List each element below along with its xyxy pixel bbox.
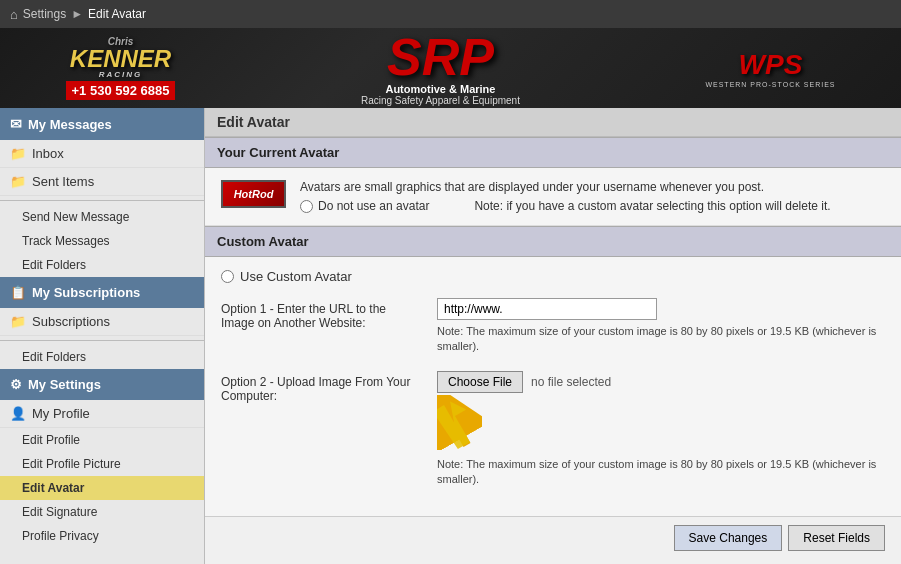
save-changes-button[interactable]: Save Changes [674, 525, 783, 551]
banner-wps-text: WPS [705, 49, 835, 81]
use-custom-label: Use Custom Avatar [240, 269, 352, 284]
url-input[interactable] [437, 298, 657, 320]
settings-icon: ⚙ [10, 377, 22, 392]
subscriptions-icon: 📋 [10, 285, 26, 300]
banner: Chris KENNER RACING +1 530 592 6885 SRP … [0, 28, 901, 108]
current-avatar-section: HotRod Avatars are small graphics that a… [205, 168, 901, 226]
upload-note: Note: The maximum size of your custom im… [437, 457, 885, 488]
banner-left: Chris KENNER RACING +1 530 592 6885 [66, 37, 176, 100]
option1-right: Note: The maximum size of your custom im… [437, 298, 885, 355]
sidebar-item-edit-profile[interactable]: Edit Profile [0, 428, 204, 452]
banner-right: WPS WESTERN PRO-STOCK SERIES [705, 49, 835, 88]
breadcrumb-current: Edit Avatar [88, 7, 146, 21]
do-not-use-option: Do not use an avatar Note: if you have a… [300, 199, 885, 213]
custom-avatar-section: Use Custom Avatar Option 1 - Enter the U… [205, 257, 901, 516]
banner-tagline1: Automotive & Marine [361, 83, 520, 95]
home-icon[interactable]: ⌂ [10, 7, 18, 22]
sidebar-divider-2 [0, 340, 204, 341]
sidebar-divider-1 [0, 200, 204, 201]
do-not-use-radio[interactable] [300, 200, 313, 213]
file-upload-row: Choose File no file selected [437, 371, 885, 393]
inbox-icon: 📁 [10, 146, 26, 161]
top-bar: ⌂ Settings ► Edit Avatar [0, 0, 901, 28]
sidebar: ✉ My Messages 📁 Inbox 📁 Sent Items Send … [0, 108, 205, 564]
sidebar-section-settings: ⚙ My Settings 👤 My Profile Edit Profile … [0, 369, 204, 548]
option1-label: Option 1 - Enter the URL to the Image on… [221, 298, 421, 330]
banner-srp-text: SRP [361, 31, 520, 83]
banner-logo-name: Chris KENNER RACING [66, 37, 176, 79]
sidebar-item-subscriptions[interactable]: 📁 Subscriptions [0, 308, 204, 336]
sidebar-item-edit-signature[interactable]: Edit Signature [0, 500, 204, 524]
reset-fields-button[interactable]: Reset Fields [788, 525, 885, 551]
avatar-box: HotRod Avatars are small graphics that a… [221, 180, 885, 213]
action-row: Save Changes Reset Fields [205, 516, 901, 559]
breadcrumb-separator: ► [71, 7, 83, 21]
banner-tagline2: Racing Safety Apparel & Equipment [361, 95, 520, 106]
content-header: Edit Avatar [205, 108, 901, 137]
sidebar-item-my-profile[interactable]: 👤 My Profile [0, 400, 204, 428]
sidebar-item-sent[interactable]: 📁 Sent Items [0, 168, 204, 196]
avatar-info: Avatars are small graphics that are disp… [300, 180, 885, 213]
option2-label: Option 2 - Upload Image From Your Comput… [221, 371, 421, 403]
profile-icon: 👤 [10, 406, 26, 421]
sidebar-item-edit-folders-messages[interactable]: Edit Folders [0, 253, 204, 277]
banner-wps-sub: WESTERN PRO-STOCK SERIES [705, 81, 835, 88]
sidebar-item-profile-privacy[interactable]: Profile Privacy [0, 524, 204, 548]
content-area: Edit Avatar Your Current Avatar HotRod A… [205, 108, 901, 564]
content-body: Your Current Avatar HotRod Avatars are s… [205, 137, 901, 559]
option1-row: Option 1 - Enter the URL to the Image on… [221, 298, 885, 355]
avatar-image: HotRod [221, 180, 286, 208]
sidebar-header-subscriptions: 📋 My Subscriptions [0, 277, 204, 308]
sidebar-item-inbox[interactable]: 📁 Inbox [0, 140, 204, 168]
do-not-use-note: Note: if you have a custom avatar select… [474, 199, 830, 213]
avatar-description: Avatars are small graphics that are disp… [300, 180, 885, 194]
choose-file-button[interactable]: Choose File [437, 371, 523, 393]
sidebar-item-edit-folders-sub[interactable]: Edit Folders [0, 345, 204, 369]
option2-right: Choose File no file selected [437, 371, 885, 488]
sidebar-item-send-new[interactable]: Send New Message [0, 205, 204, 229]
sidebar-item-edit-avatar[interactable]: Edit Avatar [0, 476, 204, 500]
breadcrumb: ⌂ Settings ► Edit Avatar [10, 7, 146, 22]
messages-icon: ✉ [10, 116, 22, 132]
url-note: Note: The maximum size of your custom im… [437, 324, 885, 355]
use-custom-row: Use Custom Avatar [221, 269, 885, 284]
sub-folder-icon: 📁 [10, 314, 26, 329]
breadcrumb-settings[interactable]: Settings [23, 7, 66, 21]
sidebar-item-edit-profile-picture[interactable]: Edit Profile Picture [0, 452, 204, 476]
sidebar-section-subscriptions: 📋 My Subscriptions 📁 Subscriptions Edit … [0, 277, 204, 369]
option2-row: Option 2 - Upload Image From Your Comput… [221, 371, 885, 488]
current-avatar-title: Your Current Avatar [205, 137, 901, 168]
arrow-icon [437, 395, 482, 450]
sidebar-section-messages: ✉ My Messages 📁 Inbox 📁 Sent Items Send … [0, 108, 204, 277]
banner-phone: +1 530 592 6885 [66, 81, 176, 100]
banner-center: SRP Automotive & Marine Racing Safety Ap… [361, 31, 520, 106]
sidebar-item-track-messages[interactable]: Track Messages [0, 229, 204, 253]
svg-marker-2 [437, 396, 481, 449]
avatar-img-text: HotRod [232, 186, 276, 202]
no-file-text: no file selected [531, 375, 611, 389]
custom-avatar-title: Custom Avatar [205, 226, 901, 257]
sidebar-header-messages: ✉ My Messages [0, 108, 204, 140]
sent-icon: 📁 [10, 174, 26, 189]
sidebar-header-settings: ⚙ My Settings [0, 369, 204, 400]
use-custom-radio[interactable] [221, 270, 234, 283]
